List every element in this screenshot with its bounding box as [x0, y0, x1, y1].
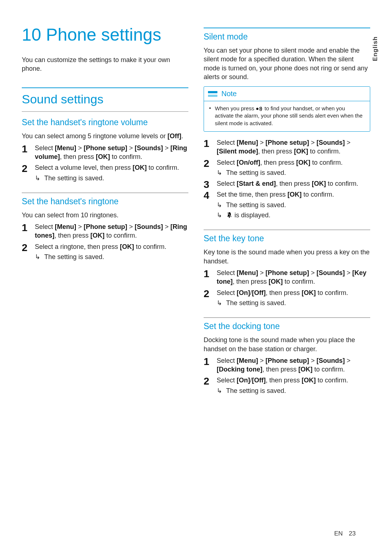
text: >	[163, 223, 171, 230]
bold: [Off]	[252, 289, 266, 296]
note-box: Note When you press to find your handset…	[204, 86, 370, 132]
bold: [OK]	[312, 180, 326, 187]
text: to confirm.	[326, 180, 358, 187]
sub-silent-title: Silent mode	[204, 31, 370, 42]
text: Select	[35, 144, 55, 152]
step: 1 Select [Menu] > [Phone setup] > [Sound…	[22, 144, 188, 161]
sub-keytone-intro: Key tone is the sound made when you pres…	[204, 248, 370, 266]
chapter-number: 10	[22, 25, 41, 44]
bold: [OK]	[96, 153, 110, 160]
sub-rule	[22, 193, 188, 193]
step: 3 Select [Start & end], then press [OK] …	[204, 179, 370, 188]
text: Select	[217, 139, 237, 146]
text: to confirm.	[147, 164, 179, 171]
text: Select a volume level, then press	[35, 164, 132, 171]
bold: [Sounds]	[135, 144, 163, 152]
step-number: 2	[22, 241, 28, 255]
text: Select	[217, 377, 237, 384]
step: 1 Select [Menu] > [Phone setup] > [Sound…	[22, 222, 188, 240]
step: 1 Select [Menu] > [Phone setup] > [Sound…	[204, 268, 370, 286]
sub-ringtone-intro: You can select from 10 ringtones.	[22, 211, 188, 219]
bold: [OK]	[269, 278, 283, 285]
language-tab: English	[371, 36, 380, 61]
step: 1 Select [Menu] > [Phone setup] > [Sound…	[204, 138, 370, 156]
step-result: The setting is saved.	[217, 386, 370, 395]
text: to confirm.	[308, 148, 340, 155]
text: Set the time, then press	[217, 191, 287, 198]
text: >	[76, 144, 84, 152]
text: When you press	[215, 105, 256, 111]
ringtone-steps: 1 Select [Menu] > [Phone setup] > [Sound…	[22, 222, 188, 261]
bold: [Off]	[252, 377, 266, 384]
step-number: 4	[204, 189, 209, 202]
step-result: The setting is saved.	[35, 253, 188, 261]
bold: [Phone setup]	[266, 357, 309, 364]
text: >	[309, 139, 317, 146]
text: , then press	[266, 289, 302, 296]
docking-steps: 1 Select [Menu] > [Phone setup] > [Sound…	[204, 356, 370, 395]
text: to confirm.	[310, 159, 343, 166]
note-head: Note	[204, 87, 370, 101]
text: You can select among 5 ringtone volume l…	[22, 132, 168, 140]
bold: [OK]	[302, 377, 316, 384]
step-number: 1	[204, 137, 209, 151]
step: 2 Select a ringtone, then press [OK] to …	[22, 242, 188, 262]
text: Select	[217, 269, 237, 276]
bold: [Phone setup]	[266, 269, 309, 276]
step-number: 1	[204, 267, 209, 281]
text: , then press	[233, 278, 269, 285]
bold: [Menu]	[55, 144, 76, 152]
text: >	[345, 139, 351, 146]
text: >	[76, 223, 84, 230]
step-result: The setting is saved.	[35, 174, 188, 182]
svg-rect-0	[208, 91, 217, 93]
bold: [Sounds]	[317, 269, 345, 276]
sub-docking-title: Set the docking tone	[204, 321, 370, 332]
text: Select	[217, 159, 237, 166]
sub-rule	[204, 28, 370, 28]
note-body: When you press to find your handset, or …	[204, 101, 370, 131]
text: >	[258, 269, 266, 276]
step-number: 2	[204, 287, 209, 301]
bold: [OK]	[294, 148, 308, 155]
bold: [Docking tone]	[217, 366, 262, 373]
bold: [Phone setup]	[84, 144, 127, 152]
step: 4 Set the time, then press [OK] to confi…	[204, 190, 370, 219]
page-icon	[256, 105, 263, 111]
step-number: 1	[22, 142, 28, 156]
ring-volume-steps: 1 Select [Menu] > [Phone setup] > [Sound…	[22, 144, 188, 182]
text: to confirm.	[283, 278, 315, 285]
note-label: Note	[221, 89, 237, 99]
text: to confirm.	[316, 289, 348, 296]
bold: [OK]	[298, 366, 313, 373]
step: 2 Select a volume level, then press [OK]…	[22, 163, 188, 182]
bold: [Silent mode]	[217, 148, 258, 155]
text: >	[309, 269, 317, 276]
sub-keytone-title: Set the key tone	[204, 233, 370, 244]
text: , then press	[60, 153, 96, 160]
text: >	[127, 144, 135, 152]
step-number: 1	[204, 355, 209, 369]
bold: [OK]	[302, 289, 316, 296]
footer-lang: EN	[334, 530, 343, 537]
text: , then press	[276, 180, 312, 187]
sub-ring-volume-intro: You can select among 5 ringtone volume l…	[22, 132, 188, 140]
sub-rule	[204, 317, 370, 318]
section-sound-title: Sound settings	[22, 91, 188, 108]
text: , then press	[266, 377, 302, 384]
silent-steps: 1 Select [Menu] > [Phone setup] > [Sound…	[204, 138, 370, 219]
text: Select	[217, 180, 237, 187]
step-result: is displayed.	[217, 211, 370, 219]
bold: [Off]	[168, 132, 181, 140]
sub-rule	[204, 230, 370, 230]
bold: [On]	[237, 377, 250, 384]
page-footer: EN 23	[334, 530, 356, 538]
right-column: Silent mode You can set your phone to si…	[204, 25, 370, 397]
text: >	[258, 357, 266, 364]
keytone-steps: 1 Select [Menu] > [Phone setup] > [Sound…	[204, 268, 370, 307]
bold: [OK]	[287, 191, 302, 198]
text: Select	[217, 357, 237, 364]
step-result: The setting is saved.	[217, 299, 370, 307]
bold: [OK]	[296, 159, 310, 166]
bold: [OK]	[120, 243, 134, 250]
